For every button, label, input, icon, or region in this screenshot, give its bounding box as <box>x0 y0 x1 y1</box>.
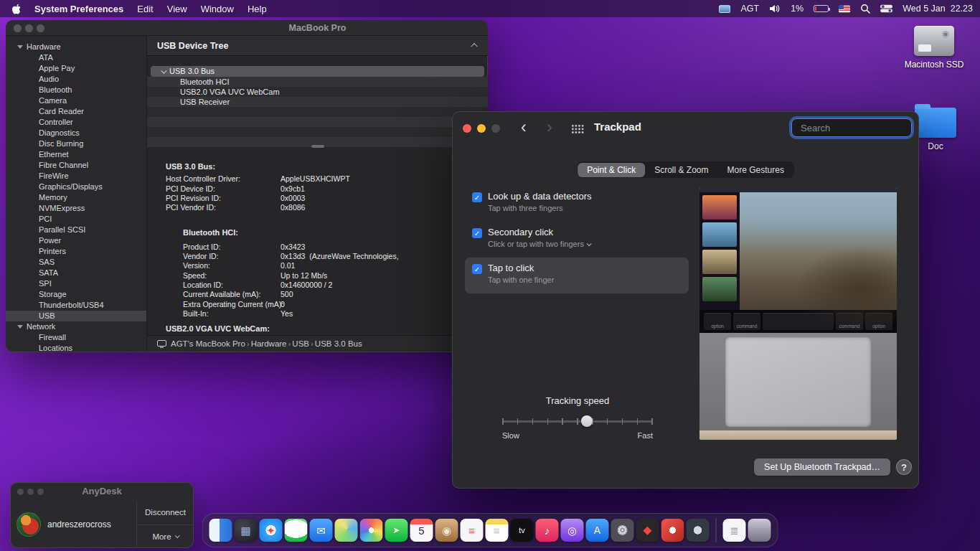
zoom-button[interactable] <box>491 124 500 133</box>
disclosure-chevron-icon[interactable] <box>161 67 166 73</box>
photos-icon[interactable] <box>360 519 383 542</box>
sidebar-item-firewire[interactable]: FireWire <box>6 171 146 182</box>
disconnect-button[interactable]: Disconnect <box>137 501 194 524</box>
slider-knob[interactable] <box>581 415 593 427</box>
sidebar-item-card-reader[interactable]: Card Reader <box>6 106 146 117</box>
apple-menu-icon[interactable] <box>11 4 21 14</box>
desktop-icon-macintosh-ssd[interactable]: Macintosh SSD <box>904 26 964 70</box>
option-secondary-click[interactable]: ✓Secondary clickClick or tap with two fi… <box>465 222 689 258</box>
sidebar-item-power[interactable]: Power <box>6 235 146 246</box>
zoom-button[interactable] <box>37 24 44 32</box>
sidebar-item-sata[interactable]: SATA <box>6 268 146 278</box>
launchpad-icon[interactable]: ▦ <box>235 519 258 542</box>
sidebar-item-printers[interactable]: Printers <box>6 246 146 257</box>
sidebar-item-parallel-scsi[interactable]: Parallel SCSI <box>6 225 146 235</box>
safari-icon[interactable]: ✦ <box>260 519 283 542</box>
minimize-button[interactable] <box>477 124 486 133</box>
sidebar-item-controller[interactable]: Controller <box>6 117 146 128</box>
tree-item-usb-receiver[interactable]: USB Receiver <box>147 97 488 107</box>
sidebar-item-fibre-channel[interactable]: Fibre Channel <box>6 160 146 171</box>
sidebar-item-spi[interactable]: SPI <box>6 278 146 289</box>
usb-device-tree-header[interactable]: USB Device Tree <box>147 36 488 56</box>
sidebar-item-diagnostics[interactable]: Diagnostics <box>6 128 146 138</box>
tree-item-usb2-0-vga-uvc-webcam[interactable]: USB2.0 VGA UVC WebCam <box>147 87 488 97</box>
contacts-icon[interactable]: ◉ <box>435 519 458 542</box>
finder-icon[interactable] <box>209 519 232 542</box>
more-button[interactable]: More <box>137 524 194 549</box>
sidebar-item-locations[interactable]: Locations <box>6 343 146 352</box>
sidebar-item-sas[interactable]: SAS <box>6 257 146 268</box>
menu-window[interactable]: Window <box>201 4 234 14</box>
checkbox-look-up-data-detectors[interactable]: ✓ <box>472 192 482 202</box>
mail-icon[interactable]: ✉ <box>310 519 333 542</box>
forward-button[interactable]: › <box>547 117 552 137</box>
option-look-up-data-detectors[interactable]: ✓Look up & data detectorsTap with three … <box>465 186 689 222</box>
tracking-speed-slider[interactable] <box>502 415 653 427</box>
reminders-icon[interactable]: ≡ <box>461 519 484 542</box>
zoom-button[interactable] <box>37 489 44 495</box>
sidebar-item-thunderbolt-usb4[interactable]: Thunderbolt/USB4 <box>6 300 146 311</box>
tab-scroll-zoom[interactable]: Scroll & Zoom <box>645 163 717 177</box>
sidebar-item-bluetooth[interactable]: Bluetooth <box>6 85 146 95</box>
back-button[interactable]: ‹ <box>521 117 527 137</box>
textedit-icon[interactable]: ≣ <box>723 519 746 542</box>
menubar-app-name[interactable]: System Preferences <box>34 4 123 14</box>
sidebar-item-graphics-displays[interactable]: Graphics/Displays <box>6 182 146 192</box>
tree-row-empty[interactable] <box>147 127 488 137</box>
menubar-user[interactable]: AGT <box>740 4 759 14</box>
menu-edit[interactable]: Edit <box>137 4 153 14</box>
menu-view[interactable]: View <box>167 4 187 14</box>
close-button[interactable] <box>463 124 471 133</box>
tree-item-usb-3-0-bus[interactable]: USB 3.0 Bus <box>151 66 484 77</box>
search-field[interactable] <box>791 118 912 137</box>
messages-icon[interactable] <box>285 519 308 542</box>
help-button[interactable]: ? <box>896 459 912 475</box>
system-preferences-icon[interactable]: ⚙ <box>611 519 634 542</box>
minimize-button[interactable] <box>25 24 33 32</box>
chevron-down-icon[interactable] <box>587 241 592 246</box>
sidebar-item-storage[interactable]: Storage <box>6 289 146 300</box>
tree-item-bluetooth-hci[interactable]: Bluetooth HCI <box>147 77 488 87</box>
sidebar-item-ethernet[interactable]: Ethernet <box>6 149 146 160</box>
screen-sharing-icon[interactable] <box>719 5 730 13</box>
red-app-icon[interactable] <box>661 519 684 542</box>
minimize-button[interactable] <box>27 489 34 495</box>
tree-row-empty[interactable] <box>147 117 488 127</box>
pane-splitter[interactable] <box>147 145 488 148</box>
spotlight-icon[interactable] <box>860 4 870 14</box>
trash-icon[interactable] <box>748 519 771 542</box>
option-tap-to-click[interactable]: ✓Tap to clickTap with one finger <box>465 258 689 293</box>
maps-icon[interactable] <box>335 519 358 542</box>
sidebar-item-disc-burning[interactable]: Disc Burning <box>6 138 146 149</box>
podcasts-icon[interactable]: ◎ <box>561 519 584 542</box>
app-store-icon[interactable]: A <box>586 519 609 542</box>
tree-row-empty[interactable] <box>147 107 488 117</box>
anydesk-icon[interactable]: ◆ <box>636 519 659 542</box>
show-all-grid-icon[interactable] <box>571 124 584 133</box>
sidebar-item-camera[interactable]: Camera <box>6 95 146 106</box>
volume-icon[interactable] <box>769 4 781 13</box>
tab-more-gestures[interactable]: More Gestures <box>718 163 793 177</box>
sidebar-item-apple-pay[interactable]: Apple Pay <box>6 63 146 74</box>
collapse-chevron-icon[interactable] <box>471 43 478 50</box>
checkbox-secondary-click[interactable]: ✓ <box>472 228 482 238</box>
sidebar-item-ata[interactable]: ATA <box>6 52 146 63</box>
setup-bluetooth-trackpad-button[interactable]: Set Up Bluetooth Trackpad… <box>754 458 890 476</box>
sidebar-item-firewall[interactable]: Firewall <box>6 332 146 343</box>
notes-icon[interactable]: ≡ <box>486 519 509 542</box>
photo-booth-icon[interactable] <box>687 519 710 542</box>
control-center-icon[interactable] <box>880 4 892 13</box>
close-button[interactable] <box>14 24 22 32</box>
tv-icon[interactable]: tv <box>511 519 534 542</box>
sidebar-item-audio[interactable]: Audio <box>6 74 146 85</box>
sidebar-group-network[interactable]: Network <box>6 321 146 332</box>
music-icon[interactable]: ♪ <box>536 519 559 542</box>
calendar-icon[interactable]: 5 <box>410 519 433 542</box>
battery-icon[interactable] <box>814 5 829 12</box>
menu-help[interactable]: Help <box>248 4 267 14</box>
menubar-clock[interactable]: Wed 5 Jan 22.23 <box>903 4 973 14</box>
sidebar-item-usb[interactable]: USB <box>6 311 146 321</box>
sidebar-group-hardware[interactable]: Hardware <box>6 42 146 52</box>
sidebar-item-memory[interactable]: Memory <box>6 192 146 203</box>
sidebar-item-nvmexpress[interactable]: NVMExpress <box>6 203 146 214</box>
